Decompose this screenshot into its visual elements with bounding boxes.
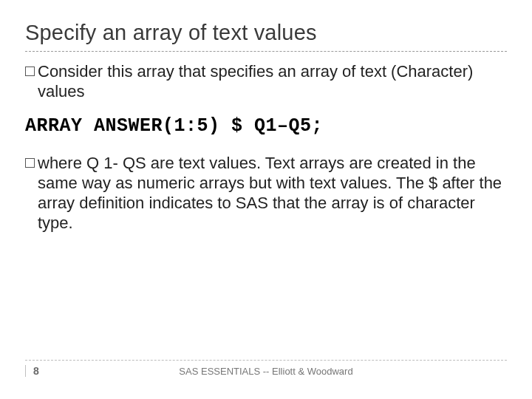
code-line: ARRAY ANSWER(1:5) $ Q1–Q5; bbox=[25, 115, 507, 138]
footer-divider-icon bbox=[25, 365, 26, 377]
page-number-wrap: 8 bbox=[25, 365, 39, 377]
footer-text: SAS ESSENTIALS -- Elliott & Woodward bbox=[25, 366, 507, 377]
bullet-text: where Q 1- QS are text values. Text arra… bbox=[38, 154, 507, 233]
bullet-item: Consider this array that specifies an ar… bbox=[25, 62, 507, 102]
slide: Specify an array of text values Consider… bbox=[0, 0, 532, 399]
bullet-item: where Q 1- QS are text values. Text arra… bbox=[25, 154, 507, 233]
slide-title: Specify an array of text values bbox=[25, 21, 507, 52]
footer: 8 SAS ESSENTIALS -- Elliott & Woodward bbox=[25, 360, 507, 377]
slide-body: Consider this array that specifies an ar… bbox=[25, 62, 507, 233]
page-number: 8 bbox=[33, 365, 39, 377]
bullet-square-icon bbox=[25, 158, 35, 168]
bullet-square-icon bbox=[25, 66, 35, 76]
bullet-text: Consider this array that specifies an ar… bbox=[38, 62, 507, 102]
